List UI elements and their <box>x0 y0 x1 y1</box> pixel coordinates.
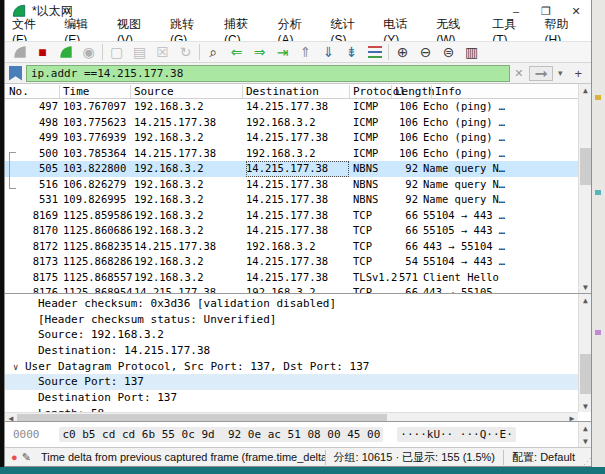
resize-columns-icon[interactable]: ▥ <box>460 42 483 62</box>
find-packet-icon[interactable]: ⌕ <box>202 42 225 62</box>
packet-list-rows: 497103.767097192.168.3.214.215.177.38ICM… <box>5 99 578 293</box>
collapse-arrow-icon[interactable]: ∨ <box>13 360 25 376</box>
cell-destination: 14.215.177.38 <box>246 192 349 208</box>
restart-capture-icon[interactable] <box>54 42 77 62</box>
scrollbar-thumb[interactable] <box>580 148 591 185</box>
cell-time: 1125.868235 <box>63 239 133 255</box>
scroll-down-icon[interactable]: ▼ <box>579 400 592 412</box>
profile-selector[interactable]: 配置: Default <box>503 450 583 465</box>
scroll-down-icon[interactable]: ▼ <box>579 435 592 447</box>
menu-item-w[interactable]: 无线(W) <box>429 22 485 41</box>
packet-row[interactable]: 498103.77562314.215.177.38192.168.3.2ICM… <box>5 115 578 131</box>
cell-protocol: TCP <box>353 223 372 239</box>
detail-line[interactable]: [Header checksum status: Unverified] <box>5 312 578 328</box>
go-back-icon[interactable]: ⇐ <box>225 42 248 62</box>
bookmark-icon[interactable] <box>9 66 22 81</box>
cell-protocol: ICMP <box>353 99 378 115</box>
menu-item-t[interactable]: 工具(T) <box>485 22 537 41</box>
column-separator[interactable] <box>242 85 243 98</box>
packet-row[interactable]: 81721125.86823514.215.177.38192.168.3.2T… <box>5 239 578 255</box>
packet-row[interactable]: 499103.776939192.168.3.214.215.177.38ICM… <box>5 130 578 146</box>
column-separator[interactable] <box>391 85 392 98</box>
stop-capture-icon[interactable]: ■ <box>31 42 54 62</box>
hex-dump-row[interactable]: 0000 c0 b5 cd cd 6b 55 0c 9d 92 0e ac 51… <box>13 428 516 441</box>
packet-list-pane: No.TimeSourceDestinationProtocolLengthIn… <box>5 84 591 293</box>
packet-row[interactable]: 81701125.860686192.168.3.214.215.177.38T… <box>5 223 578 239</box>
zoom-in-icon[interactable]: ⊕ <box>391 42 414 62</box>
bytes-scrollbar[interactable]: ▲ ▼ <box>578 422 591 447</box>
hex-ascii[interactable]: ····kU·· ···Q··E· <box>397 427 516 442</box>
packet-row[interactable]: 505103.822800192.168.3.214.215.177.38NBN… <box>5 161 578 177</box>
menu-item-e[interactable]: 编辑(E) <box>57 22 110 41</box>
cell-time: 1125.868286 <box>63 254 133 270</box>
menu-item-y[interactable]: 电话(Y) <box>376 22 429 41</box>
menu-item-f[interactable]: 文件(F) <box>5 22 57 41</box>
detail-text: Source Port: 137 <box>38 375 144 388</box>
packet-row[interactable]: 500103.78536414.215.177.38192.168.3.2ICM… <box>5 146 578 162</box>
cell-no: 499 <box>15 130 58 146</box>
zoom-out-icon[interactable]: ⊖ <box>414 42 437 62</box>
auto-scroll-icon[interactable]: ⇟ <box>340 42 363 62</box>
cell-destination: 192.168.3.2 <box>246 146 349 162</box>
packet-row[interactable]: 81691125.859586192.168.3.214.215.177.38T… <box>5 208 578 224</box>
menu-item-g[interactable]: 跳转(G) <box>163 22 217 41</box>
detail-line[interactable]: ∨User Datagram Protocol, Src Port: 137, … <box>5 359 578 375</box>
desktop-edge-bottom <box>0 467 605 474</box>
column-separator[interactable] <box>431 85 432 98</box>
cell-source: 192.168.3.2 <box>134 223 204 239</box>
menu-item-c[interactable]: 捕获(C) <box>217 22 271 41</box>
packet-row[interactable]: 516106.826279192.168.3.214.215.177.38NBN… <box>5 177 578 193</box>
go-to-packet-icon[interactable]: ⇥ <box>271 42 294 62</box>
detail-line[interactable]: Destination: 14.215.177.38 <box>5 343 578 359</box>
menu-item-h[interactable]: 帮助(H) <box>537 22 591 41</box>
display-filter-input[interactable]: ip.addr ==14.215.177.38 <box>26 65 510 82</box>
scroll-down-icon[interactable]: ▼ <box>579 281 592 293</box>
filter-dropdown-icon[interactable]: ▾ <box>553 68 568 78</box>
main-toolbar: ■◉▢▤☒↻⌕⇐⇒⇥⇑⇓⇟⊕⊖⊜▥ <box>5 41 591 63</box>
menu-item-v[interactable]: 视图(V) <box>110 22 163 41</box>
column-header-info[interactable]: Info <box>435 85 462 98</box>
go-forward-icon[interactable]: ⇒ <box>248 42 271 62</box>
expert-info-icon[interactable]: ● <box>11 451 18 463</box>
column-header-length[interactable]: Length <box>395 85 435 98</box>
go-first-icon[interactable]: ⇑ <box>294 42 317 62</box>
packet-list-scrollbar[interactable]: ▲ ▼ <box>578 84 591 293</box>
detail-line[interactable]: Header checksum: 0x3d36 [validation disa… <box>5 296 578 312</box>
cell-length: 106 <box>377 115 418 131</box>
column-header-no[interactable]: No. <box>9 85 29 98</box>
cell-time: 103.785364 <box>63 146 126 162</box>
packet-row[interactable]: 81731125.868286192.168.3.214.215.177.38T… <box>5 254 578 270</box>
coloring-rules-icon[interactable] <box>363 42 386 62</box>
details-scrollbar[interactable]: ▲ ▼ <box>578 294 591 412</box>
scroll-up-icon[interactable]: ▲ <box>579 422 592 434</box>
filter-clear-icon[interactable]: ✕ <box>510 67 527 80</box>
filter-apply-icon[interactable]: ➞ <box>529 66 552 81</box>
packet-row[interactable]: 497103.767097192.168.3.214.215.177.38ICM… <box>5 99 578 115</box>
zoom-reset-icon[interactable]: ⊜ <box>437 42 460 62</box>
go-last-icon[interactable]: ⇓ <box>317 42 340 62</box>
detail-line[interactable]: Destination Port: 137 <box>5 390 578 406</box>
column-header-time[interactable]: Time <box>63 85 90 98</box>
filter-toolbar: ip.addr ==14.215.177.38 ✕ ➞ ▾ + <box>5 63 591 84</box>
scroll-up-icon[interactable]: ▲ <box>579 294 592 306</box>
cell-source: 192.168.3.2 <box>134 161 204 177</box>
packet-row[interactable]: 81751125.868557192.168.3.214.215.177.38T… <box>5 270 578 286</box>
column-header-source[interactable]: Source <box>134 85 174 98</box>
column-separator[interactable] <box>59 85 60 98</box>
scrollbar-thumb[interactable] <box>580 354 591 394</box>
detail-line[interactable]: Source Port: 137 <box>5 374 578 390</box>
packet-row[interactable]: 531109.826995192.168.3.214.215.177.38NBN… <box>5 192 578 208</box>
scroll-up-icon[interactable]: ▲ <box>579 84 592 96</box>
cell-length: 106 <box>377 130 418 146</box>
filter-add-button[interactable]: + <box>567 66 589 81</box>
resize-grip[interactable]: ⋰ <box>583 448 591 466</box>
capture-comment-icon[interactable]: ✎ <box>22 451 31 464</box>
detail-line[interactable]: Source: 192.168.3.2 <box>5 327 578 343</box>
column-separator[interactable] <box>349 85 350 98</box>
hex-bytes[interactable]: c0 b5 cd cd 6b 55 0c 9d 92 0e ac 51 08 0… <box>59 427 383 442</box>
column-header-destination[interactable]: Destination <box>246 85 319 98</box>
menu-item-s[interactable]: 统计(S) <box>323 22 376 41</box>
column-separator[interactable] <box>130 85 131 98</box>
packet-row[interactable]: 81761125.86895414.215.177.38192.168.3.2T… <box>5 285 578 293</box>
menu-item-a[interactable]: 分析(A) <box>271 22 324 41</box>
